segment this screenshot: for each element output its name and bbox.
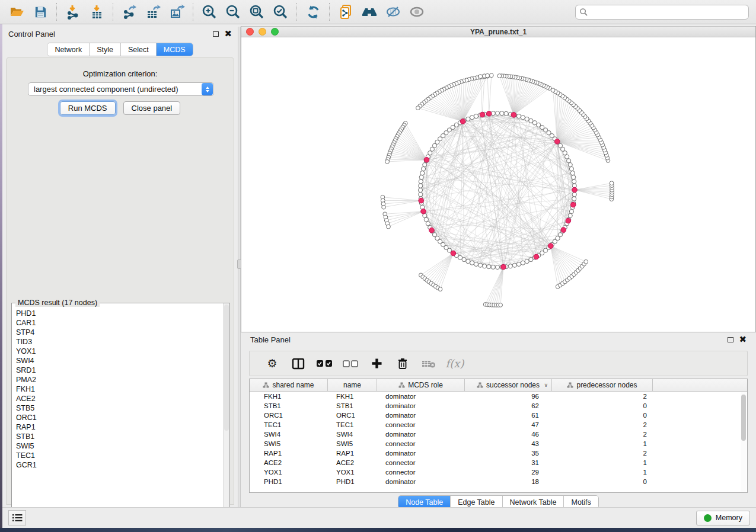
table-cell: STB1 [250, 402, 328, 409]
tab-select[interactable]: Select [121, 43, 157, 56]
refresh-button[interactable] [301, 2, 325, 22]
network-canvas[interactable] [241, 37, 755, 331]
namespace-icon [263, 382, 269, 388]
table-cell: RAP1 [250, 450, 328, 457]
table-row[interactable]: STB1STB1dominator620 [250, 401, 747, 411]
mcds-result-item[interactable]: STB5 [16, 403, 222, 413]
optimization-criterion-select[interactable]: largest connected component (undirected) [28, 82, 214, 96]
float-panel-icon[interactable] [213, 31, 219, 37]
search-field[interactable] [575, 5, 749, 20]
table-scrollbar[interactable] [741, 392, 747, 492]
tab-style[interactable]: Style [90, 43, 121, 56]
network-graph[interactable] [241, 37, 755, 331]
import-network-button[interactable] [61, 2, 85, 22]
zoom-fit-button[interactable] [245, 2, 269, 22]
column-header-successor-nodes[interactable]: successor nodes∨ [465, 379, 552, 391]
memory-label: Memory [716, 514, 742, 522]
tab-network-table[interactable]: Network Table [503, 496, 564, 508]
mcds-result-item[interactable]: SWI4 [16, 356, 222, 366]
mcds-result-item[interactable]: ORC1 [16, 413, 222, 422]
table-row[interactable]: RAP1RAP1dominator352 [250, 448, 747, 458]
export-table-button[interactable] [141, 2, 165, 22]
column-header-shared-name[interactable]: shared name [250, 379, 328, 391]
table-cell: dominator [377, 412, 465, 419]
show-all-button[interactable] [405, 2, 429, 22]
delete-column-button[interactable] [390, 357, 416, 370]
function-builder-button[interactable]: f(x) [442, 357, 468, 370]
namespace-icon [567, 382, 573, 388]
tab-node-table[interactable]: Node Table [398, 496, 451, 508]
mcds-result-item[interactable]: CAR1 [16, 318, 222, 328]
float-panel-icon[interactable] [728, 337, 733, 342]
column-header-predecessor-nodes[interactable]: predecessor nodes [552, 379, 653, 391]
tab-network[interactable]: Network [47, 43, 90, 56]
optimization-criterion-value: largest connected component (undirected) [28, 85, 202, 94]
network-from-selection-button[interactable] [334, 2, 358, 22]
mcds-result-item[interactable]: STP4 [16, 328, 222, 337]
mcds-result-item[interactable]: FKH1 [16, 384, 222, 394]
table-row[interactable]: YOX1YOX1connector291 [250, 467, 747, 477]
mcds-result-item[interactable]: GCR1 [16, 460, 222, 470]
table-cell: 61 [465, 412, 552, 419]
task-history-button[interactable] [8, 510, 26, 525]
zoom-out-button[interactable] [221, 2, 245, 22]
table-row[interactable]: SWI4SWI4dominator462 [250, 430, 747, 439]
table-row[interactable]: ORC1ORC1dominator610 [250, 411, 747, 420]
table-cell: 31 [465, 459, 552, 466]
tab-motifs[interactable]: Motifs [564, 496, 598, 508]
table-row[interactable]: SWI5SWI5connector431 [250, 439, 747, 448]
refresh-icon [305, 4, 321, 20]
table-row[interactable]: PHD1PHD1dominator180 [250, 477, 747, 486]
zoom-in-button[interactable] [197, 2, 221, 22]
close-panel-icon[interactable]: ✖ [224, 31, 232, 37]
mcds-list-scrollbar[interactable] [223, 303, 229, 521]
mcds-result-item[interactable]: YOX1 [16, 347, 222, 356]
table-cell: STB1 [328, 402, 377, 409]
show-columns-button[interactable] [285, 358, 311, 370]
column-header-name[interactable]: name [328, 379, 377, 391]
mcds-result-item[interactable]: TEC1 [16, 451, 222, 460]
toolbar-separator [113, 3, 113, 21]
close-panel-icon[interactable]: ✖ [739, 336, 747, 342]
save-session-button[interactable] [28, 2, 52, 22]
task-list-icon [12, 514, 23, 522]
mcds-result-item[interactable]: PHD1 [16, 309, 222, 318]
search-input[interactable] [588, 8, 745, 16]
table-cell: 18 [465, 478, 552, 485]
export-network-icon [122, 4, 138, 20]
run-mcds-button[interactable]: Run MCDS [60, 101, 116, 115]
table-row[interactable]: TEC1TEC1connector472 [250, 420, 747, 430]
network-window-titlebar[interactable]: YPA_prune.txt_1 [241, 26, 755, 37]
column-header-MCDS-role[interactable]: MCDS role [377, 379, 465, 391]
mcds-result-item[interactable]: ACE2 [16, 394, 222, 403]
export-image-button[interactable] [165, 2, 189, 22]
tab-edge-table[interactable]: Edge Table [451, 496, 502, 508]
table-cell: 2 [552, 450, 653, 457]
zoom-selected-button[interactable] [269, 2, 292, 22]
mcds-result-box: MCDS result (17 nodes) PHD1CAR1STP4TID3Y… [11, 303, 230, 522]
add-column-button[interactable] [363, 358, 390, 369]
tab-mcds[interactable]: MCDS [157, 43, 193, 56]
delete-table-icon [422, 359, 436, 368]
close-panel-button[interactable]: Close panel [123, 101, 181, 115]
mcds-result-item[interactable]: PMA2 [16, 375, 222, 384]
table-settings-button[interactable]: ⚙ [259, 357, 285, 370]
mcds-result-item[interactable]: SWI5 [16, 441, 222, 451]
mcds-result-list[interactable]: PHD1CAR1STP4TID3YOX1SWI4SRD1PMA2FKH1ACE2… [12, 305, 222, 521]
table-row[interactable]: FKH1FKH1dominator962 [250, 392, 747, 401]
delete-table-button[interactable] [416, 359, 442, 368]
open-file-button[interactable] [5, 2, 28, 22]
import-table-button[interactable] [85, 2, 109, 22]
select-all-button[interactable] [311, 360, 337, 367]
export-network-button[interactable] [117, 2, 141, 22]
mcds-result-item[interactable]: TID3 [16, 337, 222, 347]
hide-selected-button[interactable] [381, 2, 405, 22]
mcds-result-item[interactable]: STB1 [16, 432, 222, 441]
table-row[interactable]: ACE2ACE2connector311 [250, 458, 747, 467]
memory-button[interactable]: Memory [696, 511, 750, 525]
mcds-result-item[interactable]: RAP1 [16, 422, 222, 432]
first-neighbors-button[interactable] [358, 2, 381, 22]
table-cell: dominator [377, 478, 465, 485]
deselect-all-button[interactable] [337, 360, 363, 367]
mcds-result-item[interactable]: SRD1 [16, 366, 222, 375]
